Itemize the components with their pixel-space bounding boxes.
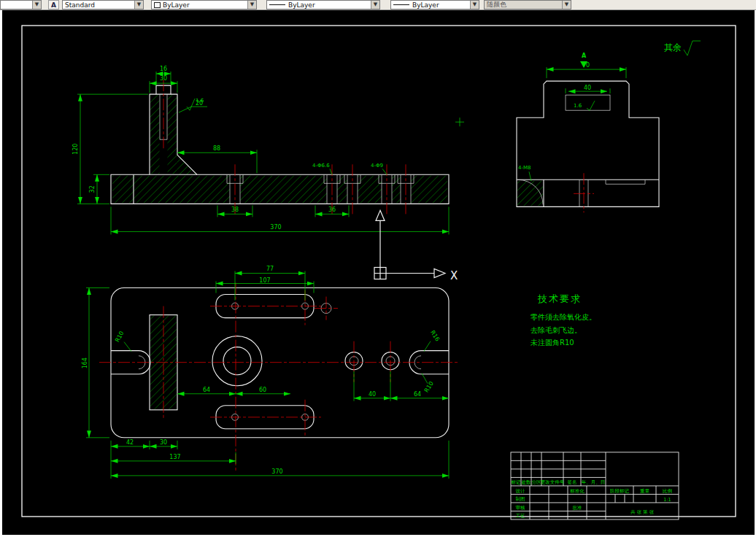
radius-right-1: R16 [429,329,441,342]
dim-plan-total: 370 [271,468,282,475]
dim-front-span1: 38 [231,206,239,213]
point-marker-icon [455,117,464,126]
title-block: 标记 处数 分区 更改文件号 签名 年、月、日 设计 标准化 制图 审核 批准 … [511,452,679,519]
tech-req-line1: 零件须去除氧化皮。 [531,313,596,321]
hole-note-1: 4-Φ6.6 [312,163,330,169]
tb-design: 设计 [516,488,525,494]
tb-weight: 重量 [640,488,649,494]
lineweight-combo[interactable]: ByLayer ▼ [390,0,479,9]
dim-plan-hole-pitch: 77 [266,266,274,272]
dim-plan-inner1: 64 [203,387,210,393]
main-toolbar: ▼ A Standard ▼ ByLayer ▼ ByLayer ▼ ByLay… [0,0,756,10]
surface-note-text: 其余 [664,42,682,53]
tb-rev-sign: 签名 [568,479,577,485]
roughness-symbol-icon [684,41,701,55]
dropdown-arrow-icon[interactable]: ▼ [562,1,571,9]
roughness-front: 1.6 [196,98,204,104]
dim-front-height: 120 [72,144,79,155]
dim-plan-inner2: 60 [259,387,266,393]
dim-front-total: 370 [270,224,281,231]
front-section-view: 370 120 32 30 16 88 38 [72,66,464,234]
dim-plan-b3: 137 [169,454,180,460]
dim-side-slot-width: 40 [584,85,591,91]
tb-draft: 制图 [516,496,525,502]
dim-front-col-width: 30 [160,75,167,82]
lineweight-value: ByLayer [412,1,439,9]
tb-stage-mark: 阶段标记 [610,488,629,494]
tech-req-line3: 未注圆角R10 [530,339,574,347]
dim-front-col-top: 16 [160,66,167,72]
linetype-sample-icon [269,4,285,5]
workspace-combo[interactable]: ▼ [0,0,42,9]
view-label-a: A [582,53,587,59]
tech-req-title: 技术要求 [537,293,582,304]
dim-plan-b2: 30 [160,439,167,446]
plan-view: 77 107 164 64 60 40 64 42 [82,266,460,478]
dropdown-arrow-icon[interactable]: ▼ [134,1,143,9]
roughness-side: 1.6 [574,103,582,109]
dim-plan-b1: 42 [126,439,134,446]
drawing-svg: 370 120 32 30 16 88 38 [2,10,755,535]
radius-right-2: R10 [423,380,435,393]
dim-plan-pitch-small: 40 [369,391,376,398]
tb-approve: 批准 [573,505,582,511]
tb-scale-value: 1:1 [663,497,671,503]
tb-sheet-info: 共 张 第 张 [630,509,655,515]
plot-style-value: 随颜色 [487,0,506,9]
linetype-value: ByLayer [288,1,315,9]
side-view: A 70 40 1.6 4-M8 [517,53,659,212]
text-style-value: Standard [65,1,95,9]
drawing-canvas[interactable]: 370 120 32 30 16 88 38 [0,10,756,537]
dropdown-arrow-icon[interactable]: ▼ [247,1,256,9]
dim-plan-height: 164 [82,358,88,368]
tb-rev-count: 处数 [522,479,531,485]
ucs-icon: X [374,210,458,282]
tb-process: 工艺 [516,513,525,519]
radius-left: R10 [114,330,125,343]
dim-front-step: 88 [213,145,220,152]
ucs-x-axis-label: X [450,269,458,282]
tech-req-line2: 去除毛刺飞边。 [530,326,582,334]
cad-window: ▼ A Standard ▼ ByLayer ▼ ByLayer ▼ ByLay… [0,0,756,537]
dim-front-base-height: 32 [89,185,96,193]
linetype-combo[interactable]: ByLayer ▼ [266,0,380,9]
hole-note-side: 4-M8 [518,165,531,171]
tb-rev-date: 年、月、日 [582,479,605,485]
tb-standardization: 标准化 [569,488,585,494]
color-value: ByLayer [163,1,190,9]
tb-rev-file: 更改文件号 [541,479,565,485]
dim-front-span2: 36 [328,206,336,213]
dim-plan-edge: 64 [414,391,421,398]
surface-finish-note: 其余 [664,41,701,55]
tb-scale: 比例 [663,488,672,494]
dropdown-arrow-icon[interactable]: ▼ [470,1,479,9]
tb-check: 审核 [516,505,525,511]
text-style-combo[interactable]: Standard ▼ [62,0,144,9]
hole-note-2: 4-Φ9 [371,163,383,169]
text-style-icon[interactable]: A [48,0,59,9]
dim-plan-plate-width: 107 [259,277,270,284]
plot-style-combo[interactable]: 随颜色 ▼ [484,0,571,9]
tech-requirements: 技术要求 零件须去除氧化皮。 去除毛刺飞边。 未注圆角R10 [530,293,596,347]
lineweight-sample-icon [393,4,409,5]
dropdown-arrow-icon[interactable]: ▼ [32,1,41,9]
tb-rev-mark: 标记 [511,479,521,485]
color-swatch-icon [154,2,161,8]
dropdown-arrow-icon[interactable]: ▼ [371,1,379,9]
dim-side-top-width: 70 [582,62,590,69]
color-combo[interactable]: ByLayer ▼ [151,0,257,9]
